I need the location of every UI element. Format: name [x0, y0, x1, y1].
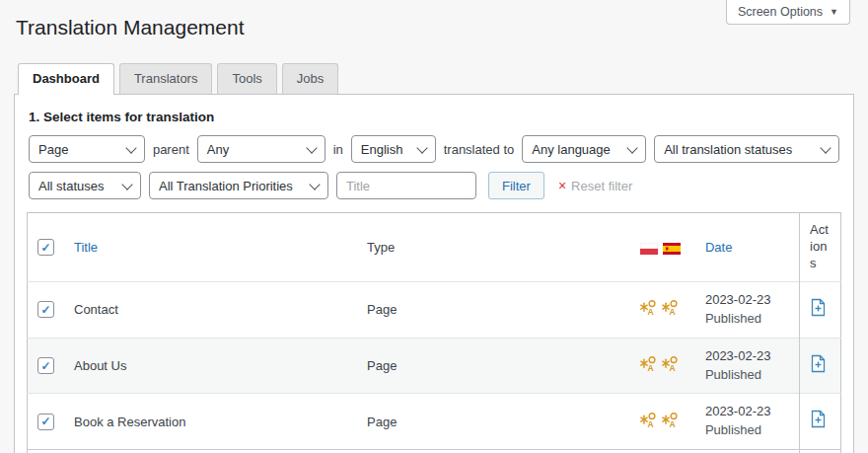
translation-status-select[interactable]: All translation statuses [654, 135, 839, 163]
table-footer-row: ✓ Title Type Date Actions [28, 450, 841, 453]
in-label: in [333, 142, 343, 157]
svg-text:A: A [647, 419, 653, 428]
parent-select-wrap: Any [197, 135, 326, 163]
post-type-select[interactable]: Page [29, 135, 145, 163]
needs-translation-icon[interactable]: A [662, 413, 678, 428]
tab-dashboard[interactable]: Dashboard [18, 63, 114, 95]
dashboard-panel: 1. Select items for translation Page par… [14, 94, 854, 453]
actions-column-header: Actions [800, 213, 841, 282]
item-type: Page [357, 394, 630, 450]
item-status: Published [705, 310, 789, 329]
add-document-icon [810, 354, 827, 373]
type-column-footer: Type [357, 450, 630, 453]
target-language-select-wrap: Any language [522, 135, 646, 163]
needs-translation-icon[interactable]: A [640, 356, 656, 372]
language-flags-footer [630, 450, 695, 453]
item-title: Book a Reservation [64, 394, 357, 450]
table-row: ✓ About Us Page A A [28, 338, 841, 394]
needs-translation-icon[interactable]: A [662, 300, 678, 316]
svg-text:A: A [647, 307, 653, 316]
parent-label: parent [153, 142, 189, 157]
tab-translators[interactable]: Translators [119, 63, 213, 94]
needs-translation-icon[interactable]: A [640, 413, 656, 428]
status-select[interactable]: All statuses [29, 172, 141, 199]
filter-button[interactable]: Filter [488, 172, 544, 199]
reset-filter-link[interactable]: × Reset filter [558, 179, 632, 193]
language-flags-header [630, 213, 695, 282]
row-checkbox[interactable]: ✓ [37, 357, 54, 374]
screen-options-label: Screen Options [738, 5, 823, 19]
needs-translation-icon[interactable]: A [640, 300, 656, 316]
table-header-row: ✓ Title Type Date Actions [28, 213, 841, 282]
target-language-select[interactable]: Any language [522, 135, 646, 163]
item-title: Contact [64, 281, 357, 338]
item-date: 2023-02-23 [705, 291, 789, 310]
svg-text:A: A [647, 363, 653, 372]
tab-jobs[interactable]: Jobs [282, 63, 338, 94]
source-language-select[interactable]: English [351, 135, 436, 163]
add-translation-button[interactable] [810, 410, 827, 428]
add-translation-button[interactable] [810, 298, 827, 317]
item-title: About Us [64, 338, 357, 394]
item-type: Page [357, 338, 630, 394]
translation-items-table: ✓ Title Type Date Actions ✓ Contac [27, 212, 841, 453]
add-translation-button[interactable] [810, 354, 827, 373]
row-checkbox[interactable]: ✓ [37, 301, 54, 318]
section-heading: 1. Select items for translation [29, 110, 839, 124]
actions-column-footer: Actions [800, 450, 841, 453]
source-language-select-wrap: English [351, 135, 436, 163]
select-all-checkbox[interactable]: ✓ [37, 239, 54, 256]
priority-select[interactable]: All Translation Priorities [149, 172, 328, 199]
row-checkbox[interactable]: ✓ [37, 414, 54, 430]
add-document-icon [810, 298, 827, 317]
svg-text:A: A [669, 363, 675, 372]
item-status: Published [705, 366, 789, 385]
polish-flag-icon [640, 243, 658, 255]
needs-translation-icon[interactable]: A [662, 356, 678, 372]
item-type: Page [357, 281, 630, 338]
translated-to-label: translated to [444, 142, 515, 157]
type-column-header: Type [357, 213, 630, 282]
table-row: ✓ Book a Reservation Page A A [28, 394, 841, 450]
item-status: Published [705, 421, 789, 440]
svg-text:A: A [669, 419, 675, 428]
table-row: ✓ Contact Page A A [28, 281, 841, 338]
filter-row-1: Page parent Any in English translated to… [29, 135, 839, 163]
filter-row-2: All statuses All Translation Priorities … [29, 172, 839, 199]
sort-title-link[interactable]: Title [74, 240, 98, 255]
priority-select-wrap: All Translation Priorities [149, 172, 328, 199]
tab-tools[interactable]: Tools [217, 63, 276, 94]
nav-tabs: Dashboard Translators Tools Jobs [18, 63, 868, 94]
sort-date-link[interactable]: Date [705, 240, 732, 255]
svg-text:A: A [669, 307, 675, 316]
translation-status-select-wrap: All translation statuses [654, 135, 839, 163]
chevron-down-icon: ▼ [830, 7, 838, 17]
post-type-select-wrap: Page [29, 135, 145, 163]
title-search-input[interactable] [336, 172, 476, 199]
item-date: 2023-02-23 [705, 403, 789, 421]
add-document-icon [810, 410, 827, 428]
spanish-flag-icon [663, 243, 681, 255]
screen-options-button[interactable]: Screen Options ▼ [726, 0, 850, 25]
reset-x-icon: × [558, 179, 566, 192]
reset-filter-label: Reset filter [571, 179, 632, 193]
parent-select[interactable]: Any [197, 135, 326, 163]
status-select-wrap: All statuses [29, 172, 141, 199]
item-date: 2023-02-23 [705, 347, 789, 366]
